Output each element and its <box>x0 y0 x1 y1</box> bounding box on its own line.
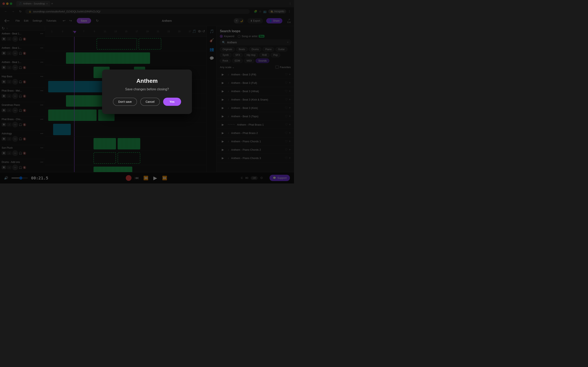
app: File Edit Settings Tutorials ↩ ↪ Save ↻ … <box>0 16 294 184</box>
save-dialog: Anthem Save changes before closing? Don'… <box>102 69 192 114</box>
yes-save-button[interactable]: Yes <box>163 98 181 106</box>
modal-title: Anthem <box>136 78 158 84</box>
modal-message: Save changes before closing? <box>125 87 169 91</box>
dont-save-button[interactable]: Don't save <box>113 98 137 106</box>
modal-buttons: Don't save Cancel Yes <box>113 98 181 106</box>
cancel-button[interactable]: Cancel <box>140 98 160 106</box>
modal-overlay: Anthem Save changes before closing? Don'… <box>0 0 294 184</box>
